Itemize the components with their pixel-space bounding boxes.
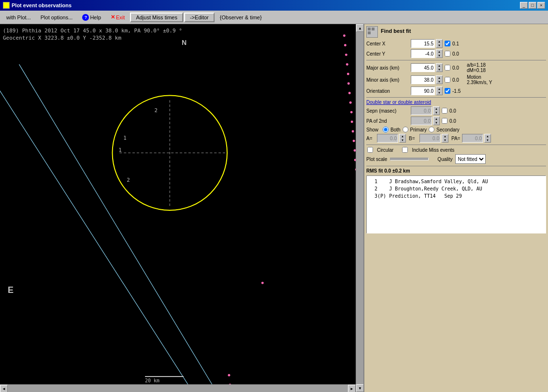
sepn-row: Sepn (masec) ▲ ▼ 0.0 [366,106,546,115]
east-label: E [8,285,14,295]
h-scroll-track[interactable] [8,385,348,392]
minimize-button[interactable]: _ [520,2,528,9]
north-label: N [182,39,187,46]
scroll-up-button[interactable]: ▲ [356,24,364,32]
center-y-label: Center Y [366,51,410,57]
title-icon [3,2,10,9]
pa2nd-checkbox[interactable] [442,118,447,124]
horizontal-scrollbar[interactable]: ◄ ► [0,384,356,392]
svg-point-8 [349,102,352,104]
major-axis-spinner[interactable]: ▲ ▼ [436,63,443,72]
maximize-button[interactable]: □ [529,2,536,9]
svg-point-4 [346,63,348,66]
pa-input[interactable] [462,134,483,143]
sepn-input[interactable] [411,106,432,115]
svg-point-17 [261,282,264,284]
plot-info: (189) Phthia 2012 Oct 17 45.0 x 38.0 km,… [3,27,182,42]
b-spinner[interactable]: ▲ ▼ [442,134,448,143]
pa-label: PA= [451,136,461,141]
pa2nd-input[interactable] [411,116,432,125]
adjust-miss-button[interactable]: Adjust Miss times [130,13,183,22]
b-input[interactable] [419,134,441,143]
help-icon: ? [82,14,89,21]
motion-label: Motion [467,74,492,80]
crosshair [119,100,227,208]
plot-options-menu[interactable]: Plot options... [36,12,77,23]
show-secondary-radio[interactable] [429,127,434,132]
scroll-right-button[interactable]: ► [348,385,356,392]
scale-line [145,376,184,377]
quality-select[interactable]: Not fitted Good Fair Poor [455,154,486,164]
find-best-fit-title: Find best fit [381,28,411,34]
center-y-checkbox[interactable] [445,51,450,57]
minor-axis-right: 0.0 [452,77,459,83]
observer-time-button[interactable]: {Observer & time} [216,12,266,23]
sepn-right: 0.0 [449,108,456,114]
vertical-scrollbar[interactable]: ▲ ▼ [356,24,363,392]
include-miss-checkbox[interactable] [402,147,408,153]
major-axis-input[interactable] [411,63,435,72]
a-input[interactable] [377,134,398,143]
svg-point-7 [348,92,351,94]
editor-button[interactable]: ->Editor [184,13,215,22]
scale-bar: 20 km [145,376,184,383]
pa2nd-spinner[interactable]: ▲ ▼ [433,116,440,125]
include-miss-label: Include Miss events [412,147,454,153]
minor-axis-spinner[interactable]: ▲ ▼ [436,75,443,84]
center-x-spinner[interactable]: ▲ ▼ [436,39,443,48]
orientation-label: Orientation [366,88,410,94]
scroll-left-button[interactable]: ◄ [0,385,8,392]
plot-scale-slider[interactable] [390,158,429,160]
center-x-row: Center X ▲ ▼ 0.1 [366,39,546,48]
a-spinner[interactable]: ▲ ▼ [399,134,406,143]
plot-scale-row: Plot scale Quality Not fitted Good Fair … [366,154,546,164]
checkbox-row: Circular Include Miss events [366,147,546,153]
title-bar: Plot event observations _ □ × [0,0,548,11]
show-primary-radio[interactable] [403,127,408,132]
help-menu[interactable]: ? Help [78,12,105,23]
exit-icon: ✕ [111,14,115,20]
minor-axis-checkbox[interactable] [445,77,450,83]
scroll-down-button[interactable]: ▼ [356,384,364,392]
b-label: B= [409,136,418,141]
point-1a-label: 1 [123,135,127,142]
center-y-spinner[interactable]: ▲ ▼ [436,49,443,58]
orientation-checkbox[interactable] [445,88,450,94]
with-plot-menu[interactable]: with Plot... [2,12,35,23]
divider-4 [366,166,546,166]
observations-box: 1 J Bradshaw,Samford Valley, Qld, AU 2 J… [366,175,546,233]
info-line2: Geocentric X 3223.8 ±0.0 Y -2352.8 km [3,34,182,42]
minor-axis-input[interactable] [411,75,435,84]
show-both-radio[interactable] [383,127,389,132]
best-fit-icon[interactable] [366,26,378,38]
stats-dm: dM=0.18 [467,68,486,73]
orientation-spinner[interactable]: ▲ ▼ [436,87,443,95]
scroll-track[interactable] [356,32,363,384]
close-button[interactable]: × [537,2,545,9]
svg-point-18 [228,374,230,377]
major-axis-checkbox[interactable] [445,65,450,71]
sepn-checkbox[interactable] [442,108,447,114]
center-y-input[interactable] [411,49,435,58]
divider-1 [366,60,546,60]
svg-line-21 [0,84,191,390]
motion-value: 2.39km/s, Y [467,80,492,85]
orientation-input[interactable] [411,87,435,95]
stats-ab: a/b=1.18 [467,62,486,68]
svg-point-12 [353,140,355,142]
svg-rect-26 [372,28,375,30]
pa-spinner[interactable]: ▲ ▼ [484,134,491,143]
center-y-right: 0.0 [452,51,459,57]
center-x-input[interactable] [411,39,435,48]
circular-checkbox[interactable] [367,147,373,153]
sepn-spinner[interactable]: ▲ ▼ [433,106,440,115]
center-x-checkbox[interactable] [445,41,450,46]
major-axis-label: Major axis (km) [366,65,410,71]
double-star-link[interactable]: Double star or double asteroid [366,100,546,105]
plot-svg: 2 1 1 2 [0,24,363,392]
svg-point-5 [347,73,349,75]
exit-menu[interactable]: ✕ Exit [106,12,129,23]
show-label: Show [366,127,381,132]
abpa-row: A= ▲ ▼ B= ▲ ▼ PA= ▲ ▼ [366,134,546,143]
show-primary-label: Primary [410,127,427,132]
